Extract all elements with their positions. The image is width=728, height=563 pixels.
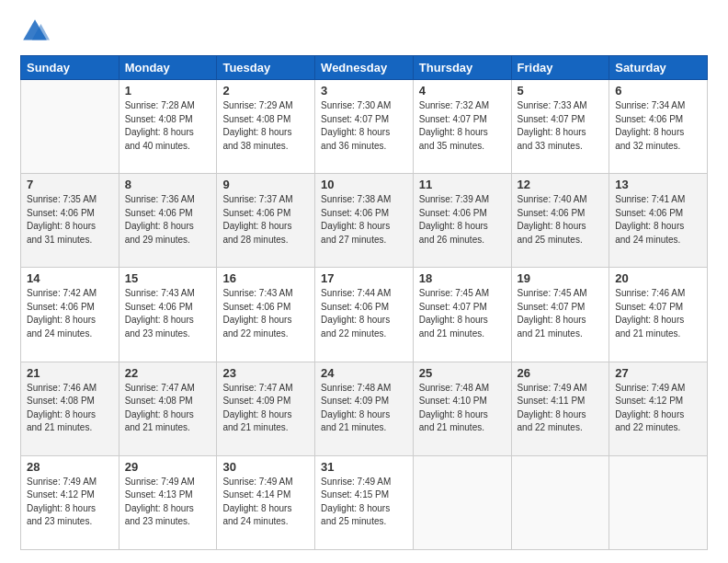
- day-info: Sunrise: 7:49 AMSunset: 4:15 PMDaylight:…: [321, 476, 407, 529]
- day-number: 10: [321, 178, 407, 191]
- day-number: 17: [321, 271, 407, 285]
- day-info: Sunrise: 7:36 AMSunset: 4:06 PMDaylight:…: [125, 193, 211, 247]
- day-info: Sunrise: 7:33 AMSunset: 4:07 PMDaylight:…: [518, 99, 604, 153]
- day-info: Sunrise: 7:44 AMSunset: 4:06 PMDaylight:…: [321, 287, 407, 340]
- day-number: 1: [125, 84, 211, 98]
- day-info: Sunrise: 7:29 AMSunset: 4:08 PMDaylight:…: [222, 99, 309, 153]
- calendar-cell: 9Sunrise: 7:37 AMSunset: 4:06 PMDaylight…: [217, 174, 315, 268]
- calendar-cell: 29Sunrise: 7:49 AMSunset: 4:13 PMDayligh…: [119, 455, 217, 549]
- calendar-cell: 26Sunrise: 7:49 AMSunset: 4:11 PMDayligh…: [511, 362, 609, 455]
- calendar-cell: 4Sunrise: 7:32 AMSunset: 4:07 PMDaylight…: [413, 80, 511, 174]
- day-number: 16: [222, 271, 309, 285]
- calendar-cell: 7Sunrise: 7:35 AMSunset: 4:06 PMDaylight…: [21, 174, 119, 268]
- calendar-cell: 15Sunrise: 7:43 AMSunset: 4:06 PMDayligh…: [119, 268, 217, 362]
- calendar-cell: 23Sunrise: 7:47 AMSunset: 4:09 PMDayligh…: [217, 362, 315, 455]
- calendar-cell: 1Sunrise: 7:28 AMSunset: 4:08 PMDaylight…: [119, 80, 217, 174]
- calendar-cell: 8Sunrise: 7:36 AMSunset: 4:06 PMDaylight…: [119, 174, 217, 268]
- day-number: 26: [518, 366, 604, 380]
- day-info: Sunrise: 7:30 AMSunset: 4:07 PMDaylight:…: [321, 99, 407, 153]
- day-number: 23: [222, 366, 309, 380]
- day-info: Sunrise: 7:46 AMSunset: 4:08 PMDaylight:…: [27, 382, 113, 435]
- calendar-cell: 5Sunrise: 7:33 AMSunset: 4:07 PMDaylight…: [511, 80, 609, 174]
- day-number: 22: [125, 366, 211, 380]
- day-number: 9: [222, 178, 309, 191]
- day-number: 14: [27, 271, 113, 285]
- day-header-tuesday: Tuesday: [217, 56, 315, 80]
- calendar-cell: 21Sunrise: 7:46 AMSunset: 4:08 PMDayligh…: [21, 362, 119, 455]
- day-number: 13: [615, 178, 701, 191]
- day-info: Sunrise: 7:46 AMSunset: 4:07 PMDaylight:…: [615, 287, 701, 340]
- day-info: Sunrise: 7:49 AMSunset: 4:13 PMDaylight:…: [125, 476, 211, 529]
- logo-icon: [20, 17, 50, 46]
- logo: [20, 17, 53, 46]
- calendar-header-row: SundayMondayTuesdayWednesdayThursdayFrid…: [21, 56, 708, 80]
- day-header-sunday: Sunday: [21, 56, 119, 80]
- day-number: 18: [419, 271, 506, 285]
- day-info: Sunrise: 7:35 AMSunset: 4:06 PMDaylight:…: [27, 193, 113, 247]
- calendar-cell: 20Sunrise: 7:46 AMSunset: 4:07 PMDayligh…: [609, 268, 708, 362]
- day-number: 8: [125, 178, 211, 191]
- day-number: 29: [125, 460, 211, 474]
- calendar-week-1: 1Sunrise: 7:28 AMSunset: 4:08 PMDaylight…: [21, 80, 708, 174]
- day-info: Sunrise: 7:45 AMSunset: 4:07 PMDaylight:…: [518, 287, 604, 340]
- calendar-cell: 2Sunrise: 7:29 AMSunset: 4:08 PMDaylight…: [217, 80, 315, 174]
- day-number: 30: [222, 460, 309, 474]
- day-info: Sunrise: 7:48 AMSunset: 4:10 PMDaylight:…: [419, 382, 506, 435]
- day-number: 11: [419, 178, 506, 191]
- calendar-cell: 16Sunrise: 7:43 AMSunset: 4:06 PMDayligh…: [217, 268, 315, 362]
- calendar-cell: 11Sunrise: 7:39 AMSunset: 4:06 PMDayligh…: [413, 174, 511, 268]
- day-info: Sunrise: 7:45 AMSunset: 4:07 PMDaylight:…: [419, 287, 506, 340]
- day-number: 6: [615, 84, 701, 98]
- day-info: Sunrise: 7:47 AMSunset: 4:09 PMDaylight:…: [222, 382, 309, 435]
- day-info: Sunrise: 7:32 AMSunset: 4:07 PMDaylight:…: [419, 99, 506, 153]
- day-info: Sunrise: 7:49 AMSunset: 4:12 PMDaylight:…: [27, 476, 113, 529]
- day-number: 7: [27, 178, 113, 191]
- calendar-cell: [413, 455, 511, 549]
- calendar-week-2: 7Sunrise: 7:35 AMSunset: 4:06 PMDaylight…: [21, 174, 708, 268]
- day-header-friday: Friday: [511, 56, 609, 80]
- calendar: SundayMondayTuesdayWednesdayThursdayFrid…: [20, 55, 708, 550]
- day-info: Sunrise: 7:39 AMSunset: 4:06 PMDaylight:…: [419, 193, 506, 247]
- calendar-cell: 13Sunrise: 7:41 AMSunset: 4:06 PMDayligh…: [609, 174, 708, 268]
- calendar-body: 1Sunrise: 7:28 AMSunset: 4:08 PMDaylight…: [21, 80, 708, 550]
- day-info: Sunrise: 7:38 AMSunset: 4:06 PMDaylight:…: [321, 193, 407, 247]
- day-number: 2: [222, 84, 309, 98]
- day-header-wednesday: Wednesday: [315, 56, 414, 80]
- calendar-cell: 22Sunrise: 7:47 AMSunset: 4:08 PMDayligh…: [119, 362, 217, 455]
- calendar-cell: 6Sunrise: 7:34 AMSunset: 4:06 PMDaylight…: [609, 80, 708, 174]
- day-info: Sunrise: 7:34 AMSunset: 4:06 PMDaylight:…: [615, 99, 701, 153]
- day-number: 5: [518, 84, 604, 98]
- calendar-cell: [609, 455, 708, 549]
- calendar-cell: 30Sunrise: 7:49 AMSunset: 4:14 PMDayligh…: [217, 455, 315, 549]
- day-info: Sunrise: 7:42 AMSunset: 4:06 PMDaylight:…: [27, 287, 113, 340]
- calendar-cell: 3Sunrise: 7:30 AMSunset: 4:07 PMDaylight…: [315, 80, 414, 174]
- calendar-cell: 12Sunrise: 7:40 AMSunset: 4:06 PMDayligh…: [511, 174, 609, 268]
- day-number: 4: [419, 84, 506, 98]
- header: [20, 17, 708, 46]
- day-info: Sunrise: 7:41 AMSunset: 4:06 PMDaylight:…: [615, 193, 701, 247]
- day-number: 27: [615, 366, 701, 380]
- day-info: Sunrise: 7:49 AMSunset: 4:12 PMDaylight:…: [615, 382, 701, 435]
- day-info: Sunrise: 7:49 AMSunset: 4:11 PMDaylight:…: [518, 382, 604, 435]
- calendar-cell: 14Sunrise: 7:42 AMSunset: 4:06 PMDayligh…: [21, 268, 119, 362]
- calendar-cell: 24Sunrise: 7:48 AMSunset: 4:09 PMDayligh…: [315, 362, 414, 455]
- day-info: Sunrise: 7:43 AMSunset: 4:06 PMDaylight:…: [125, 287, 211, 340]
- day-info: Sunrise: 7:43 AMSunset: 4:06 PMDaylight:…: [222, 287, 309, 340]
- calendar-week-5: 28Sunrise: 7:49 AMSunset: 4:12 PMDayligh…: [21, 455, 708, 549]
- calendar-week-3: 14Sunrise: 7:42 AMSunset: 4:06 PMDayligh…: [21, 268, 708, 362]
- day-number: 12: [518, 178, 604, 191]
- calendar-week-4: 21Sunrise: 7:46 AMSunset: 4:08 PMDayligh…: [21, 362, 708, 455]
- day-info: Sunrise: 7:28 AMSunset: 4:08 PMDaylight:…: [125, 99, 211, 153]
- day-number: 20: [615, 271, 701, 285]
- day-number: 3: [321, 84, 407, 98]
- day-info: Sunrise: 7:47 AMSunset: 4:08 PMDaylight:…: [125, 382, 211, 435]
- calendar-cell: 28Sunrise: 7:49 AMSunset: 4:12 PMDayligh…: [21, 455, 119, 549]
- calendar-cell: 18Sunrise: 7:45 AMSunset: 4:07 PMDayligh…: [413, 268, 511, 362]
- day-number: 15: [125, 271, 211, 285]
- day-number: 19: [518, 271, 604, 285]
- day-number: 21: [27, 366, 113, 380]
- day-info: Sunrise: 7:49 AMSunset: 4:14 PMDaylight:…: [222, 476, 309, 529]
- day-info: Sunrise: 7:48 AMSunset: 4:09 PMDaylight:…: [321, 382, 407, 435]
- calendar-cell: 27Sunrise: 7:49 AMSunset: 4:12 PMDayligh…: [609, 362, 708, 455]
- day-number: 31: [321, 460, 407, 474]
